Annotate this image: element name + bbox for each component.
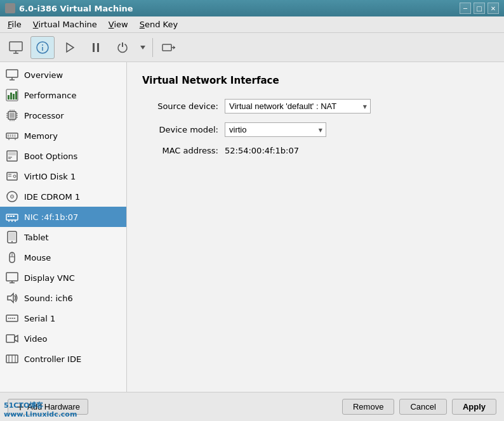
serial-icon bbox=[5, 311, 19, 325]
sidebar-item-performance[interactable]: Performance bbox=[0, 85, 126, 105]
svg-rect-19 bbox=[13, 94, 15, 100]
controller-icon bbox=[5, 352, 19, 366]
menu-view[interactable]: View bbox=[103, 18, 133, 30]
svg-rect-74 bbox=[6, 335, 15, 342]
pause-button[interactable] bbox=[84, 36, 108, 59]
mac-address-label: MAC address: bbox=[142, 146, 225, 155]
svg-rect-54 bbox=[8, 216, 10, 217]
mouse-icon bbox=[5, 250, 19, 264]
sidebar-item-sound-label: Sound: ich6 bbox=[24, 294, 73, 303]
svg-marker-12 bbox=[173, 46, 175, 49]
sidebar-item-memory[interactable]: Memory bbox=[0, 126, 126, 146]
sidebar-item-display-vnc-label: Display VNC bbox=[24, 273, 75, 283]
sidebar-item-display-vnc[interactable]: Display VNC bbox=[0, 268, 126, 288]
sound-icon bbox=[5, 291, 19, 305]
watermark-line2: www.Linuxidc.com bbox=[4, 410, 77, 418]
sidebar-item-processor[interactable]: Processor bbox=[0, 105, 126, 126]
svg-rect-61 bbox=[9, 233, 15, 240]
apply-label: Apply bbox=[463, 402, 486, 411]
sidebar-item-overview-label: Overview bbox=[24, 70, 63, 80]
video-icon bbox=[5, 332, 19, 346]
svg-rect-39 bbox=[15, 134, 16, 137]
svg-marker-9 bbox=[140, 46, 145, 49]
sidebar-item-video[interactable]: Video bbox=[0, 328, 126, 349]
play-button[interactable] bbox=[57, 36, 81, 59]
nic-icon bbox=[5, 210, 19, 224]
power-icon bbox=[115, 40, 130, 55]
sidebar-item-mouse-label: Mouse bbox=[24, 253, 51, 262]
svg-rect-8 bbox=[97, 43, 99, 52]
arrow-icon bbox=[161, 39, 177, 56]
svg-rect-37 bbox=[10, 134, 11, 137]
device-model-select[interactable]: virtio bbox=[225, 122, 326, 137]
sidebar-item-ide-cdrom[interactable]: IDE CDROM 1 bbox=[0, 186, 126, 207]
svg-rect-36 bbox=[8, 134, 9, 137]
menu-file[interactable]: File bbox=[3, 18, 27, 30]
svg-rect-22 bbox=[10, 113, 15, 118]
content-panel: Virtual Network Interface Source device:… bbox=[127, 62, 504, 392]
cpu-icon bbox=[5, 108, 19, 122]
svg-rect-56 bbox=[13, 216, 15, 217]
power-button[interactable] bbox=[110, 36, 135, 59]
play-icon bbox=[62, 40, 77, 55]
sidebar-item-processor-label: Processor bbox=[24, 111, 64, 120]
cancel-label: Cancel bbox=[410, 402, 435, 411]
send-key-button[interactable] bbox=[157, 36, 181, 59]
maximize-button[interactable]: □ bbox=[474, 3, 485, 14]
mac-address-control: 52:54:00:4f:1b:07 bbox=[225, 146, 299, 155]
sidebar-item-virtio-disk-label: VirtIO Disk 1 bbox=[24, 172, 76, 181]
sidebar-item-serial[interactable]: Serial 1 bbox=[0, 308, 126, 328]
toolbar-separator bbox=[152, 38, 153, 57]
sidebar-item-sound[interactable]: Sound: ich6 bbox=[0, 288, 126, 308]
titlebar: 6.0-i386 Virtual Machine ─ □ ✕ bbox=[0, 0, 504, 16]
apply-button[interactable]: Apply bbox=[452, 399, 496, 415]
sidebar-item-virtio-disk[interactable]: VirtIO Disk 1 bbox=[0, 166, 126, 186]
menu-virtual-machine[interactable]: Virtual Machine bbox=[28, 18, 102, 30]
sidebar-item-nic[interactable]: NIC :4f:1b:07 bbox=[0, 207, 126, 227]
info-icon bbox=[35, 40, 50, 55]
info-button[interactable] bbox=[30, 36, 55, 59]
remove-label: Remove bbox=[353, 402, 383, 411]
titlebar-controls[interactable]: ─ □ ✕ bbox=[460, 3, 499, 14]
cdrom-icon bbox=[5, 190, 19, 204]
device-model-row: Device model: virtio bbox=[142, 122, 489, 137]
svg-rect-55 bbox=[10, 216, 12, 217]
cancel-button[interactable]: Cancel bbox=[399, 399, 446, 415]
svg-point-73 bbox=[14, 318, 15, 319]
power-dropdown-button[interactable] bbox=[137, 36, 149, 59]
source-device-label: Source device: bbox=[142, 101, 225, 111]
mac-address-row: MAC address: 52:54:00:4f:1b:07 bbox=[142, 146, 489, 155]
sidebar-item-controller-ide-label: Controller IDE bbox=[24, 354, 81, 364]
source-device-control: Virtual network 'default' : NAT bbox=[225, 99, 371, 113]
sidebar-item-mouse[interactable]: Mouse bbox=[0, 247, 126, 268]
display-icon bbox=[5, 271, 19, 285]
sidebar-item-tablet[interactable]: Tablet bbox=[0, 227, 126, 247]
content-title: Virtual Network Interface bbox=[142, 75, 489, 86]
sidebar-item-boot-options-label: Boot Options bbox=[24, 152, 77, 161]
show-details-button[interactable] bbox=[4, 36, 28, 59]
sidebar-item-ide-cdrom-label: IDE CDROM 1 bbox=[24, 192, 80, 202]
svg-point-52 bbox=[11, 196, 13, 197]
sidebar-item-controller-ide[interactable]: Controller IDE bbox=[0, 349, 126, 369]
remove-button[interactable]: Remove bbox=[342, 399, 394, 415]
app-icon bbox=[5, 3, 15, 13]
bottombar-right: Remove Cancel Apply bbox=[342, 399, 496, 415]
minimize-button[interactable]: ─ bbox=[460, 3, 471, 14]
pause-icon bbox=[88, 40, 103, 55]
sidebar-item-memory-label: Memory bbox=[24, 131, 58, 141]
menu-send-key[interactable]: Send Key bbox=[135, 18, 183, 30]
sidebar-item-performance-label: Performance bbox=[24, 91, 76, 100]
svg-rect-53 bbox=[6, 214, 18, 220]
boot-icon bbox=[5, 149, 19, 163]
watermark-line1: 51CTO博客 bbox=[4, 401, 77, 410]
svg-rect-20 bbox=[15, 91, 17, 100]
svg-rect-0 bbox=[10, 42, 22, 51]
menubar: File Virtual Machine View Send Key bbox=[0, 16, 504, 33]
close-button[interactable]: ✕ bbox=[487, 3, 499, 14]
svg-marker-6 bbox=[67, 43, 74, 52]
sidebar-item-overview[interactable]: Overview bbox=[0, 65, 126, 85]
svg-point-47 bbox=[13, 175, 16, 178]
sidebar-item-boot-options[interactable]: Boot Options bbox=[0, 146, 126, 166]
source-device-select[interactable]: Virtual network 'default' : NAT bbox=[225, 99, 371, 113]
svg-point-4 bbox=[42, 44, 43, 46]
